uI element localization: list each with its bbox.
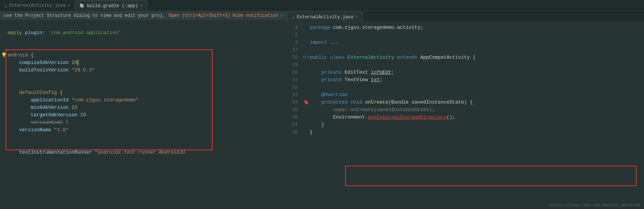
line-body: @Override — [310, 91, 640, 99]
line-body: public class ExternalActivity extends Ap… — [310, 54, 640, 61]
code-line: defaultConfig { — [0, 89, 287, 96]
gutter — [0, 82, 7, 89]
gutter — [0, 104, 7, 111]
tab-buildgradle-close[interactable]: × — [140, 4, 143, 8]
line-number: 36 — [287, 114, 302, 121]
gutter — [0, 111, 7, 119]
gutter — [302, 91, 310, 99]
gradle-icon: 🐘 — [79, 3, 85, 8]
bookmark-gutter: 🔖 — [302, 99, 310, 106]
line-body — [310, 31, 640, 39]
line-body: applicationId "com.zjgsu.storagedemo" — [7, 96, 283, 104]
url-bar: https://blog.csdn.net/weixin_38478780 — [549, 203, 640, 208]
left-tab-bar: ☕ ExternalActivity.java × 🐘 build.gradle… — [0, 0, 644, 11]
line-body: android { — [7, 52, 283, 59]
line-body: } — [310, 121, 640, 129]
code-line: versionCode 1 — [0, 119, 287, 126]
gutter — [302, 121, 310, 129]
code-line: 33 @Override — [287, 91, 644, 99]
line-number: 1 — [287, 24, 302, 31]
line-body: apply plugin: 'com.android.application' — [7, 29, 283, 37]
tab-buildgradle[interactable]: 🐘 build.gradle (:app) × — [75, 0, 147, 11]
tab-externalactivity-right[interactable]: ☕ ExternalActivity.java × — [287, 12, 363, 22]
line-body — [7, 141, 283, 149]
java-icon: ☕ — [4, 3, 7, 8]
notification-check: ✓ — [281, 13, 283, 18]
gutter — [302, 106, 310, 114]
code-line — [0, 74, 287, 82]
gutter — [302, 24, 310, 31]
line-body: private TextView txt; — [310, 76, 640, 84]
right-code-area[interactable]: 1 package com.zjgsu.storagedemo.activity… — [287, 22, 644, 209]
line-number: 31 — [287, 76, 302, 84]
java-icon-right: ☕ — [292, 15, 295, 19]
right-editor: ☕ ExternalActivity.java × 1 package com.… — [287, 11, 644, 209]
line-body: Environment.getExternalStorageDirectory(… — [310, 114, 640, 121]
code-line: buildToolsVersion "29.0.3" — [0, 67, 287, 74]
code-line: 1 package com.zjgsu.storagedemo.activity… — [287, 24, 644, 31]
code-line — [0, 141, 287, 149]
code-line — [0, 82, 287, 89]
gutter — [0, 141, 7, 149]
tab-externalactivity-label: ExternalActivity.java — [9, 3, 66, 8]
line-body — [310, 46, 640, 54]
line-number: 30 — [287, 69, 302, 76]
code-line: 34 🔖 protected void onCreate(Bundle save… — [287, 99, 644, 106]
gutter — [302, 46, 310, 54]
gutter — [0, 96, 7, 104]
line-body: targetSdkVersion 29 — [7, 111, 283, 119]
gutter — [0, 134, 7, 141]
left-code-content: apply plugin: 'com.android.application' … — [0, 20, 287, 158]
tab-externalactivity-right-close[interactable]: × — [356, 15, 358, 19]
notification-text: use the Project Structure dialog to view… — [4, 13, 166, 18]
line-number: 32 — [287, 84, 302, 91]
line-number: 2 — [287, 31, 302, 39]
gutter — [0, 59, 7, 67]
gutter — [302, 61, 310, 69]
line-body: defaultConfig { — [7, 89, 283, 96]
code-line: 30 private EditText infoEdt; — [287, 69, 644, 76]
line-number: 38 — [287, 129, 302, 136]
gutter — [302, 84, 310, 91]
gutter — [302, 39, 310, 46]
tab-externalactivity-close[interactable]: × — [68, 4, 70, 8]
code-line: 36 Environment.getExternalStorageDirecto… — [287, 114, 644, 121]
right-code-content: 1 package com.zjgsu.storagedemo.activity… — [287, 22, 644, 138]
line-body: private EditText infoEdt; — [310, 69, 640, 76]
line-body: versionCode 1 — [7, 119, 283, 126]
notification-open-link[interactable]: Open (Ctrl+Alt+Shift+S) — [169, 13, 231, 18]
gutter — [0, 67, 7, 74]
gutter — [0, 119, 7, 126]
code-line: 31 private TextView txt; — [287, 76, 644, 84]
left-editor: use the Project Structure dialog to view… — [0, 11, 287, 209]
code-line: 2 — [287, 31, 644, 39]
notification-bar: use the Project Structure dialog to view… — [0, 11, 287, 20]
line-body — [310, 61, 640, 69]
line-body: } — [310, 129, 640, 136]
gutter — [0, 29, 7, 37]
code-line: 29 — [287, 61, 644, 69]
gutter — [302, 69, 310, 76]
notification-hide-link[interactable]: Hide notification — [232, 13, 278, 18]
gutter — [302, 76, 310, 84]
code-line: apply plugin: 'com.android.application' — [0, 29, 287, 37]
code-line: 28 </> public class ExternalActivity ext… — [287, 54, 644, 61]
gutter — [302, 31, 310, 39]
line-body: package com.zjgsu.storagedemo.activity; — [310, 24, 640, 31]
gutter — [0, 126, 7, 134]
line-number: 37 — [287, 121, 302, 129]
line-body — [7, 74, 283, 82]
gutter: </> — [302, 54, 310, 61]
line-body — [310, 84, 640, 91]
code-line: targetSdkVersion 29 — [0, 111, 287, 119]
tab-externalactivity[interactable]: ☕ ExternalActivity.java × — [0, 0, 75, 11]
gutter — [0, 44, 7, 52]
code-line — [0, 37, 287, 44]
gutter — [302, 114, 310, 121]
gutter — [0, 22, 7, 29]
left-code-area[interactable]: apply plugin: 'com.android.application' … — [0, 20, 287, 209]
code-line: testInstrumentationRunner "androidx.test… — [0, 149, 287, 156]
code-line: 27 — [287, 46, 644, 54]
line-body: compileSdkVersion 29 — [7, 59, 283, 67]
gutter — [0, 89, 7, 96]
